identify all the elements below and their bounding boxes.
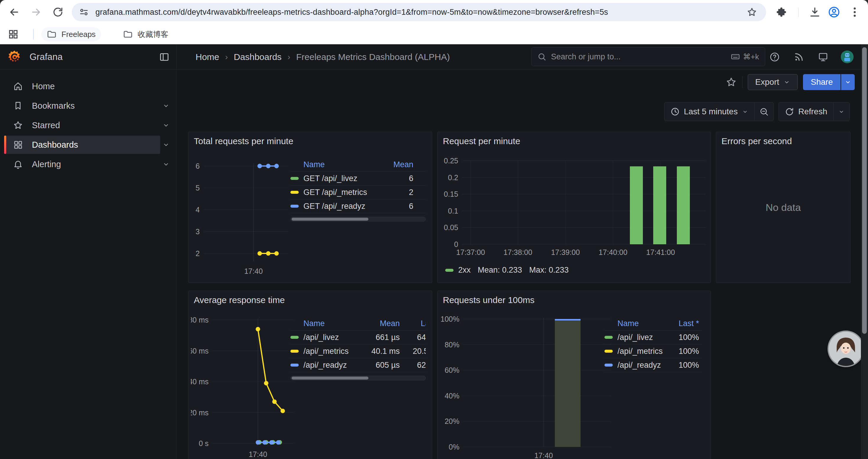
chevron-down-icon[interactable] bbox=[160, 119, 172, 131]
chevron-down-icon[interactable] bbox=[160, 139, 172, 151]
assistant-avatar-widget[interactable] bbox=[829, 332, 863, 366]
browser-toolbar: grafana.mathmast.com/d/deytv4rwavabkb/fr… bbox=[0, 0, 868, 24]
panel-errors-per-second[interactable]: Errors per second No data bbox=[716, 132, 850, 283]
legend-mean: Mean: 0.233 bbox=[478, 266, 522, 275]
share-menu-button[interactable] bbox=[841, 74, 855, 90]
panel-request-per-minute[interactable]: Request per minute 0.250.20.150.10.05017… bbox=[437, 132, 711, 283]
axis-tick-label: 40% bbox=[445, 392, 459, 400]
breadcrumb-dashboards[interactable]: Dashboards bbox=[234, 52, 282, 62]
axis-tick-label: 0 s bbox=[199, 439, 209, 448]
grafana-header: Grafana Home › Dashboards › Freeleaps Me… bbox=[0, 44, 868, 69]
legend-row[interactable]: GET /api/_livez 6 bbox=[290, 172, 426, 186]
address-bar[interactable]: grafana.mathmast.com/d/deytv4rwavabkb/fr… bbox=[72, 3, 766, 21]
panel-total-requests-per-minute[interactable]: Total requests per minute 6543217:40 Nam… bbox=[188, 132, 432, 283]
panel-title[interactable]: Requests under 100ms bbox=[443, 295, 534, 305]
forward-icon[interactable] bbox=[30, 6, 42, 18]
search-bar[interactable]: ⌘+k bbox=[531, 47, 765, 66]
legend-row[interactable]: /api/_metrics 40.1 ms 20.5 ms bbox=[290, 345, 426, 358]
legend-row[interactable]: /api/_readyz 605 µs 620 µs bbox=[290, 358, 426, 372]
axis-tick-label: 0.2 bbox=[448, 173, 458, 182]
legend-row[interactable]: /api/_metrics 100% bbox=[604, 345, 702, 358]
user-avatar[interactable] bbox=[841, 51, 854, 63]
panel-average-response-time[interactable]: Average response time 80 ms60 ms40 ms20 … bbox=[188, 291, 432, 459]
bookmark-star-icon[interactable] bbox=[747, 7, 757, 18]
sidebar-item-alerting[interactable]: Alerting bbox=[4, 155, 172, 173]
legend-scrollbar[interactable] bbox=[290, 376, 426, 381]
extensions-icon[interactable] bbox=[775, 6, 787, 18]
panel-requests-under-100ms[interactable]: Requests under 100ms 100%80%60%40%20%0%1… bbox=[437, 291, 711, 459]
chart-canvas-request-per-minute[interactable]: 0.250.20.150.10.05017:37:0017:38:0017:39… bbox=[440, 157, 709, 263]
axis-tick-label: 0.15 bbox=[444, 190, 458, 198]
axis-tick-label: 40 ms bbox=[191, 378, 209, 386]
sidebar-item-dashboards[interactable]: Dashboards bbox=[4, 136, 172, 154]
menu-dots-icon[interactable] bbox=[848, 6, 861, 18]
breadcrumb-home[interactable]: Home bbox=[195, 52, 219, 62]
refresh-interval-button[interactable] bbox=[833, 102, 849, 121]
downloads-icon[interactable] bbox=[809, 6, 821, 18]
search-icon bbox=[537, 52, 546, 61]
brand-title: Grafana bbox=[30, 44, 63, 69]
sidebar-item-starred[interactable]: Starred bbox=[4, 116, 172, 134]
help-icon[interactable] bbox=[769, 52, 780, 62]
legend-header-name[interactable]: Name bbox=[617, 319, 670, 328]
dashboard-canvas: Export Share Last 5 minutes bbox=[177, 69, 868, 459]
legend-row[interactable]: /api/_readyz 100% bbox=[604, 358, 702, 372]
sidebar-item-bookmarks[interactable]: Bookmarks bbox=[4, 97, 172, 115]
axis-tick-label: 80 ms bbox=[191, 316, 209, 324]
sidebar-item-home[interactable]: Home bbox=[4, 77, 172, 95]
chevron-down-icon[interactable] bbox=[160, 100, 172, 112]
page-scrollbar[interactable] bbox=[861, 44, 868, 459]
search-shortcut: ⌘+k bbox=[731, 52, 759, 61]
legend-header-last[interactable]: Last * bbox=[670, 319, 699, 328]
actions-divider bbox=[742, 76, 742, 88]
legend-row[interactable]: 2xx Mean: 0.233 Max: 0.233 bbox=[445, 266, 569, 275]
data-point bbox=[270, 440, 274, 445]
legend-header-last[interactable]: Last * bbox=[400, 319, 426, 328]
export-button[interactable]: Export bbox=[748, 74, 798, 90]
panel-title[interactable]: Request per minute bbox=[443, 136, 520, 146]
favorite-star-icon[interactable] bbox=[725, 76, 737, 88]
axis-tick-label: 17:40 bbox=[534, 451, 553, 459]
panel-title[interactable]: Average response time bbox=[194, 295, 285, 305]
refresh-button[interactable]: Refresh bbox=[779, 102, 833, 121]
legend-row[interactable]: GET /api/_readyz 6 bbox=[290, 199, 426, 213]
chevron-down-icon[interactable] bbox=[160, 158, 172, 170]
time-range-picker[interactable]: Last 5 minutes bbox=[664, 102, 754, 121]
bookmark-folder-freeleaps[interactable]: Freeleaps bbox=[41, 27, 101, 41]
share-button[interactable]: Share bbox=[803, 74, 840, 90]
panel-title[interactable]: Total requests per minute bbox=[194, 136, 293, 146]
site-controls-icon[interactable] bbox=[79, 7, 89, 17]
chevron-down-icon bbox=[844, 78, 851, 86]
legend-row[interactable]: GET /api/_metrics 2 bbox=[290, 186, 426, 199]
display-kiosk-icon[interactable] bbox=[818, 52, 829, 62]
legend-row[interactable]: /api/_livez 661 µs 646 µs bbox=[290, 330, 426, 345]
data-point bbox=[258, 164, 262, 168]
bar bbox=[630, 166, 643, 244]
legend-row[interactable]: /api/_livez 100% bbox=[604, 330, 702, 345]
legend-header-mean[interactable]: Mean bbox=[359, 319, 400, 328]
legend-scrollbar[interactable] bbox=[290, 217, 426, 222]
legend-header-name[interactable]: Name bbox=[303, 319, 359, 328]
reload-icon[interactable] bbox=[52, 6, 64, 18]
news-rss-icon[interactable] bbox=[794, 52, 804, 62]
grafana-logo[interactable] bbox=[7, 50, 22, 64]
legend-header-name[interactable]: Name bbox=[303, 160, 381, 169]
search-input[interactable] bbox=[551, 52, 726, 61]
scrollbar-thumb[interactable] bbox=[862, 47, 867, 334]
data-point bbox=[266, 164, 271, 168]
chart-canvas-average-response-time[interactable]: 80 ms60 ms40 ms20 ms0 s17:40 bbox=[191, 316, 295, 459]
bookmark-folder-blogs[interactable]: 收藏博客 bbox=[118, 27, 174, 41]
sidebar-toggle-icon[interactable] bbox=[159, 52, 169, 62]
breadcrumb-separator: › bbox=[225, 52, 228, 62]
apps-grid-icon[interactable] bbox=[8, 29, 19, 40]
chevron-down-icon bbox=[783, 78, 790, 86]
chart-canvas-total-requests[interactable]: 6543217:40 bbox=[191, 158, 290, 277]
legend-header-mean[interactable]: Mean bbox=[381, 160, 413, 169]
zoom-out-button[interactable] bbox=[754, 102, 773, 121]
legend-table: Name Mean Last * /api/_livez 661 µs 646 … bbox=[290, 317, 426, 381]
axis-tick-label: 2 bbox=[195, 249, 200, 258]
profile-icon[interactable] bbox=[828, 6, 840, 18]
data-point bbox=[281, 409, 285, 413]
back-icon[interactable] bbox=[8, 6, 20, 18]
chart-canvas-requests-under-100ms[interactable]: 100%80%60%40%20%0%17:40 bbox=[440, 315, 614, 459]
